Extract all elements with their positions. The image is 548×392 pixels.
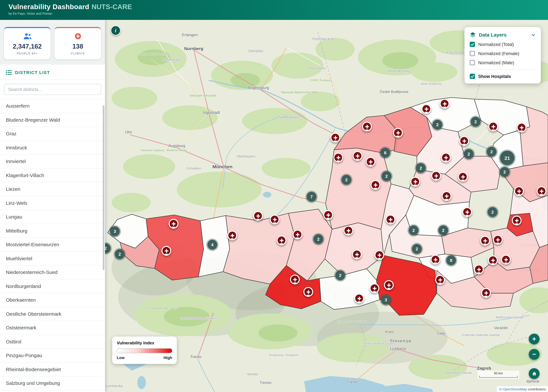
cluster-badge[interactable]: 2 [487, 147, 497, 157]
hospital-marker[interactable] [422, 104, 431, 114]
checkbox[interactable] [470, 74, 475, 79]
hospital-marker[interactable] [431, 171, 441, 181]
district-list-item[interactable]: Osttirol [0, 335, 105, 349]
sidebar-scrollbar[interactable] [103, 105, 104, 270]
cluster-badge[interactable]: 2 [471, 117, 480, 126]
hospital-marker[interactable] [459, 136, 469, 146]
cluster-badge[interactable]: 7 [307, 192, 316, 202]
hospital-marker[interactable] [353, 151, 362, 161]
district-list-item[interactable]: Oberkaernten [0, 293, 105, 307]
hospital-marker[interactable] [253, 211, 263, 221]
checkbox[interactable] [470, 42, 475, 47]
hospital-marker[interactable] [537, 186, 546, 196]
hospital-marker[interactable] [371, 180, 380, 190]
cluster-badge[interactable]: 2 [488, 207, 498, 217]
cluster-badge[interactable]: 2 [464, 149, 474, 159]
osm-attribution-link[interactable]: © OpenStreetMap [499, 387, 527, 391]
district-list-item[interactable]: Lungau [0, 210, 105, 224]
cluster-badge[interactable]: 6 [380, 148, 390, 158]
district-list-item[interactable]: Klagenfurt-Villach [0, 168, 105, 182]
hospital-marker[interactable] [303, 287, 313, 297]
cluster-badge[interactable]: 4 [207, 240, 217, 250]
district-list-item[interactable]: Muehlviertel [0, 252, 105, 266]
hospital-marker[interactable] [270, 215, 280, 224]
district-list-item[interactable]: Oststeiermark [0, 321, 105, 335]
hospital-marker[interactable] [488, 255, 498, 265]
hospital-marker[interactable] [410, 177, 420, 187]
cluster-badge[interactable]: 21 [500, 151, 514, 165]
hospital-marker[interactable] [330, 133, 340, 142]
district-list-item[interactable]: Pinzgau-Pongau [0, 349, 105, 363]
cluster-badge[interactable]: 2 [412, 244, 422, 254]
hospital-marker[interactable] [354, 294, 364, 303]
hospital-marker[interactable] [440, 99, 450, 109]
layers-panel-header[interactable]: Data Layers [470, 32, 536, 38]
hospital-marker[interactable] [442, 191, 451, 201]
cluster-badge[interactable]: 2 [342, 175, 351, 185]
hospital-marker[interactable] [501, 255, 511, 265]
layer-option[interactable]: Normalized (Male) [470, 60, 536, 65]
hospital-marker[interactable] [488, 122, 498, 131]
cluster-badge[interactable]: 8 [446, 255, 456, 265]
hospital-marker[interactable] [162, 246, 171, 256]
hospital-marker[interactable] [474, 265, 484, 274]
hospital-marker[interactable] [458, 172, 468, 182]
layer-option[interactable]: Normalized (Female) [470, 51, 536, 56]
district-list-item[interactable]: Graz [0, 127, 105, 141]
hospital-marker[interactable] [512, 216, 522, 225]
district-list-item[interactable]: Oestliche Obersteiermark [0, 307, 105, 321]
district-list-item[interactable]: Linz-Wels [0, 196, 105, 210]
hospital-marker[interactable] [481, 288, 491, 298]
hospital-marker[interactable] [431, 255, 440, 265]
cluster-badge[interactable]: 2 [105, 243, 111, 253]
hospital-marker[interactable] [352, 250, 362, 259]
hospital-marker[interactable] [374, 250, 384, 260]
map[interactable]: ErlangenNurnbergPlzeňský krajOberpfalzMi… [105, 20, 548, 392]
hospital-marker[interactable] [293, 230, 302, 239]
cluster-badge[interactable]: 2 [313, 234, 323, 244]
hospital-marker[interactable] [227, 231, 237, 240]
info-button[interactable]: i [111, 25, 121, 35]
hospital-marker[interactable] [370, 283, 379, 293]
hospital-marker[interactable] [386, 215, 395, 224]
hospital-marker[interactable] [277, 235, 286, 245]
district-list-item[interactable]: Innsbruck [0, 141, 105, 154]
district-list[interactable]: AusserfernBludenz-Bregenzer WaldGrazInns… [0, 99, 105, 392]
cluster-badge[interactable]: 2 [335, 270, 345, 280]
district-list-item[interactable]: Mittelburg [0, 224, 105, 238]
cluster-badge[interactable]: 2 [433, 120, 442, 129]
district-list-item[interactable]: Niederoesterreich-Sued [0, 266, 105, 279]
cluster-badge[interactable]: 2 [115, 249, 125, 259]
hospital-marker[interactable] [333, 153, 343, 162]
cluster-badge[interactable]: 2 [416, 163, 426, 173]
hospital-marker[interactable] [366, 157, 375, 167]
hospital-marker[interactable] [462, 207, 472, 217]
zoom-in-button[interactable]: + [529, 334, 540, 344]
hospital-marker[interactable] [480, 236, 490, 245]
hospital-marker[interactable] [514, 186, 524, 196]
district-list-item[interactable]: Mostviertel-Eisenwurzen [0, 238, 105, 252]
cluster-badge[interactable]: 3 [110, 226, 120, 236]
district-list-item[interactable]: Bludenz-Bregenzer Wald [0, 113, 105, 127]
district-list-item[interactable]: Rheintal-Bodenseegebiet [0, 363, 105, 376]
district-search-input[interactable] [4, 84, 101, 95]
chevron-down-icon[interactable] [531, 32, 536, 37]
layer-option[interactable]: Normalized (Total) [470, 42, 536, 47]
checkbox[interactable] [470, 51, 475, 56]
hospital-marker[interactable] [517, 123, 527, 133]
hospital-marker[interactable] [441, 153, 451, 162]
district-list-item[interactable]: Innviertel [0, 154, 105, 168]
cluster-badge[interactable]: 2 [382, 171, 391, 181]
show-hospitals-toggle[interactable]: Show Hospitals [470, 74, 536, 79]
district-list-item[interactable]: Nordburgenland [0, 279, 105, 293]
hospital-marker[interactable] [435, 275, 445, 285]
hospital-marker[interactable] [493, 235, 503, 245]
cluster-badge[interactable]: 3 [381, 295, 391, 305]
hospital-marker[interactable] [290, 275, 300, 284]
cluster-badge[interactable]: 2 [500, 167, 510, 177]
cluster-badge[interactable]: 2 [438, 225, 448, 235]
district-list-item[interactable]: Salzburg und Umgebung [0, 376, 105, 390]
hospital-marker[interactable] [362, 122, 372, 131]
zoom-out-button[interactable]: − [529, 349, 540, 360]
district-list-item[interactable]: Ausserfern [0, 99, 105, 113]
